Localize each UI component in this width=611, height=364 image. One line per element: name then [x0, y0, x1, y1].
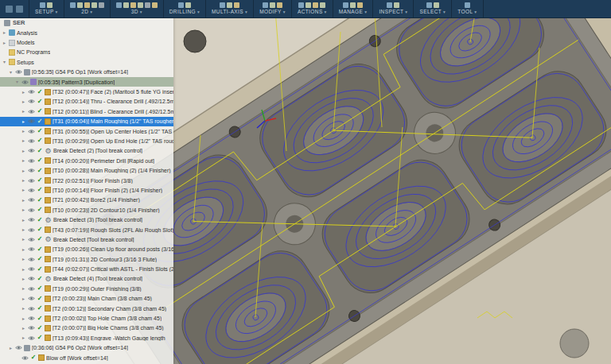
visibility-eye-icon[interactable] — [28, 316, 35, 321]
expand-arrow-icon[interactable]: ▸ — [21, 247, 26, 252]
toolbar-group-tool[interactable]: TOOL — [452, 0, 483, 17]
expand-arrow-icon[interactable]: ▸ — [21, 168, 26, 173]
expand-arrow-icon[interactable]: ▸ — [21, 237, 26, 242]
visibility-eye-icon[interactable] — [28, 217, 35, 223]
visibility-eye-icon[interactable] — [28, 266, 35, 272]
toolbar-group-setup[interactable]: SETUP — [29, 0, 64, 17]
toolbar-group-2d[interactable]: 2D — [64, 0, 111, 17]
expand-arrow-icon[interactable]: ▸ — [21, 149, 26, 153]
toolbar-group-label[interactable]: TOOL — [457, 9, 477, 15]
tool-icon[interactable] — [465, 2, 470, 8]
visibility-eye-icon[interactable] — [28, 148, 35, 153]
visibility-eye-icon[interactable] — [21, 79, 29, 85]
visibility-eye-icon[interactable] — [28, 99, 35, 104]
visibility-eye-icon[interactable] — [28, 168, 35, 173]
expand-arrow-icon[interactable]: ▸ — [21, 335, 26, 340]
tree-row[interactable]: ▸ [T19 (0:01:31)] 2D Contour3 (3/16 3 Fl… — [0, 254, 173, 264]
tree-row[interactable]: ▸ Break Detect (3) [Tool break control] — [0, 215, 173, 224]
feed-optimization-icon[interactable] — [277, 2, 282, 8]
pocket-clearing-icon[interactable] — [123, 2, 129, 8]
parallel-icon[interactable] — [138, 2, 143, 8]
tree-row[interactable]: ▸ [T22 (0:02:51)] Floor Finish (3/8) — [0, 176, 173, 185]
visibility-eye-icon[interactable] — [28, 246, 35, 252]
expand-arrow-icon[interactable]: ▸ — [21, 99, 26, 104]
toolbar-group-label[interactable]: DRILLING — [169, 9, 200, 15]
tree-row[interactable]: ▸ Break Detect (2) [Tool break control] — [0, 146, 173, 156]
expand-arrow-icon[interactable]: ▸ — [2, 41, 7, 45]
expand-arrow-icon[interactable]: ▸ — [21, 90, 26, 95]
toolbar-group-multi-axis[interactable]: MULTI-AXIS — [206, 0, 254, 17]
post-process-icon[interactable] — [313, 2, 318, 8]
tree-row[interactable]: ▸ [T13 (0:09:43)] Engrave -Watch Gauge l… — [0, 333, 173, 343]
tree-row[interactable]: ▾ [0:56:35] G54 P6 Op1 [Work offset=14] — [0, 68, 173, 77]
visibility-eye-icon[interactable] — [28, 109, 35, 114]
expand-arrow-icon[interactable]: ▸ — [21, 198, 26, 203]
visibility-eye-icon[interactable] — [28, 276, 35, 281]
visibility-eye-icon[interactable] — [28, 296, 35, 301]
expand-arrow-icon[interactable]: ▸ — [21, 207, 26, 212]
toolbar-group-label[interactable]: 3D — [131, 9, 142, 15]
expand-arrow-icon[interactable]: ▸ — [21, 227, 26, 232]
drill-icon[interactable] — [178, 2, 184, 8]
tree-row[interactable]: ▸ [T44 (0:02:07)] Critical with ASTL - F… — [0, 264, 173, 273]
simulate-icon[interactable] — [306, 2, 311, 8]
tree-row[interactable]: ▸ Break Detect [Tool break control] — [0, 234, 173, 244]
visibility-eye-icon[interactable] — [28, 257, 35, 262]
visibility-eye-icon[interactable] — [28, 286, 35, 292]
tree-row[interactable]: ▸ Break Detect (4) [Tool break control] — [0, 274, 173, 284]
expand-arrow-icon[interactable]: ▸ — [21, 218, 26, 223]
tree-row[interactable]: ▸ [T10 (0:00:14)] Floor Finish (2) (1/4 … — [0, 185, 173, 195]
templates-icon[interactable] — [357, 2, 363, 8]
steep-shallow-icon[interactable] — [130, 2, 136, 8]
tree-row[interactable]: NC Programs — [0, 48, 173, 57]
2d-adaptive-icon[interactable] — [70, 2, 76, 8]
expand-arrow-icon[interactable]: ▾ — [8, 70, 14, 75]
tree-row[interactable]: ▸ [T31 (0:06:04)] Main Roughing (1/2" TA… — [0, 117, 173, 126]
visibility-eye-icon[interactable] — [28, 335, 35, 341]
visibility-eye-icon[interactable] — [28, 129, 35, 134]
toolbar-group-modify[interactable]: MODIFY — [254, 0, 292, 17]
toolbar-group-label[interactable]: SELECT — [419, 9, 446, 15]
visibility-eye-icon[interactable] — [28, 158, 35, 164]
visibility-eye-icon[interactable] — [28, 207, 35, 213]
toolbar-group-3d[interactable]: 3D — [111, 0, 164, 17]
tree-row[interactable]: ▸ Models — [0, 37, 173, 47]
flow-icon[interactable] — [234, 2, 239, 8]
toolbar-group-drilling[interactable]: DRILLING — [164, 0, 206, 17]
tree-row[interactable]: ▸ [T31 (0:00:55)] Open Up Center Holes (… — [0, 126, 173, 136]
visibility-eye-icon[interactable] — [15, 69, 22, 75]
grid-icon[interactable] — [16, 6, 23, 13]
tree-row[interactable]: ▸ [T12 (0:00:11)] Blind - Clearance Dril… — [0, 106, 173, 116]
tree-row[interactable]: ▸ [T2 (0:00:07)] Big Hole Chams (3/8 cha… — [0, 323, 173, 333]
visibility-eye-icon[interactable] — [28, 138, 35, 144]
select-icon[interactable] — [426, 2, 432, 8]
browser-toggle-icon[interactable] — [6, 6, 13, 13]
tree-row[interactable]: ▸ [T2 (0:00:02)] Top Hole Cham (3/8 cham… — [0, 313, 173, 323]
visibility-eye-icon[interactable] — [21, 355, 29, 361]
expand-arrow-icon[interactable]: ▸ — [21, 188, 26, 192]
visibility-eye-icon[interactable] — [28, 197, 35, 203]
tree-row[interactable]: ▸ [T19 (0:00:26)] Clean Up floor around … — [0, 245, 173, 254]
trim-icon[interactable] — [263, 2, 268, 8]
adaptive-clearing-icon[interactable] — [116, 2, 122, 8]
tree-row[interactable]: ▸ [T19 (0:00:29)] Outer Finishing (3/8) — [0, 284, 173, 293]
visibility-eye-icon[interactable] — [28, 188, 35, 193]
bore-icon[interactable] — [185, 2, 191, 8]
visibility-eye-icon[interactable] — [28, 178, 35, 184]
task-manager-icon[interactable] — [350, 2, 356, 8]
expand-arrow-icon[interactable]: ▸ — [21, 257, 26, 261]
toolbar-group-label[interactable]: MULTI-AXIS — [212, 9, 247, 15]
visibility-eye-icon[interactable] — [28, 325, 35, 331]
toolbar-group-manage[interactable]: MANAGE — [333, 0, 374, 17]
2d-contour-icon[interactable] — [91, 2, 97, 8]
window-selection-icon[interactable] — [434, 2, 439, 8]
expand-arrow-icon[interactable]: ▸ — [21, 306, 26, 311]
tree-row[interactable]: ▸ [T31 (0:00:29)] Open Up End Hole (1/2"… — [0, 136, 173, 145]
expand-arrow-icon[interactable]: ▸ — [21, 277, 26, 281]
toolbar-group-inspect[interactable]: INSPECT — [373, 0, 414, 17]
tree-row[interactable]: ▸ [T21 (0:00:42)] Bore2 (1/4 Finisher) — [0, 196, 173, 205]
expand-arrow-icon[interactable]: ▾ — [14, 79, 20, 84]
tree-row[interactable]: ▾ [0:05:35] Pattern3 [Duplication] — [0, 77, 173, 87]
expand-arrow-icon[interactable]: ▾ — [2, 60, 7, 64]
setup-sheet-icon[interactable] — [320, 2, 325, 8]
